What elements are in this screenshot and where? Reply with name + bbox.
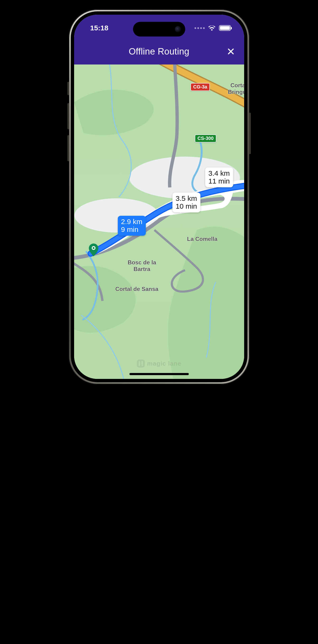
side-button-silence [67, 82, 69, 95]
road-shield-cs300: CS-300 [195, 134, 217, 142]
road-shield-cg3a: CG-3a [191, 83, 210, 91]
status-time: 15:18 [90, 24, 108, 32]
dynamic-island [133, 22, 185, 36]
route-alt-2-distance: 3.4 km [209, 169, 230, 177]
phone-bezel: 15:18 Offline Routing [71, 12, 247, 382]
cellular-dots-icon [195, 27, 205, 29]
svg-point-1 [93, 247, 94, 249]
side-button-volume-up [67, 103, 69, 129]
place-label-cortal-bringue: CortalBringué [228, 82, 244, 95]
place-label-la-comella: La Comella [187, 236, 218, 242]
map-attribution: magic lane [136, 360, 181, 368]
battery-icon [219, 25, 231, 31]
route-alt-1-duration: 10 min [176, 202, 197, 210]
route-selected-distance: 2.9 km [121, 218, 142, 226]
page-title: Offline Routing [129, 46, 189, 57]
place-label-bosc-bartra: Bosc de laBartra [128, 259, 156, 272]
wifi-icon [208, 25, 216, 31]
side-button-volume-down [67, 135, 69, 161]
place-label-cortal-sansa: Cortal de Sansa [115, 286, 158, 292]
nav-bar: Offline Routing [74, 43, 244, 60]
route-alt-1-distance: 3.5 km [176, 194, 197, 202]
route-alt-2-bubble[interactable]: 3.4 km 11 min [205, 168, 233, 187]
route-alt-1-bubble[interactable]: 3.5 km 10 min [173, 192, 201, 212]
magic-lane-logo-icon [136, 360, 145, 368]
side-button-power [249, 113, 251, 154]
phone-frame: 15:18 Offline Routing [69, 10, 249, 384]
route-selected-bubble[interactable]: 2.9 km 9 min [118, 216, 146, 236]
map-canvas[interactable]: CG-3a CS-300 CortalBringué La Comella Bo… [74, 64, 244, 379]
close-button[interactable] [226, 47, 236, 56]
map-attribution-text: magic lane [147, 360, 181, 367]
route-start-pin[interactable] [89, 244, 98, 256]
route-selected-duration: 9 min [121, 226, 142, 233]
map-roads-layer [74, 64, 244, 379]
home-indicator[interactable] [129, 373, 189, 375]
screen: 15:18 Offline Routing [74, 15, 244, 379]
route-alt-2-duration: 11 min [209, 177, 230, 185]
